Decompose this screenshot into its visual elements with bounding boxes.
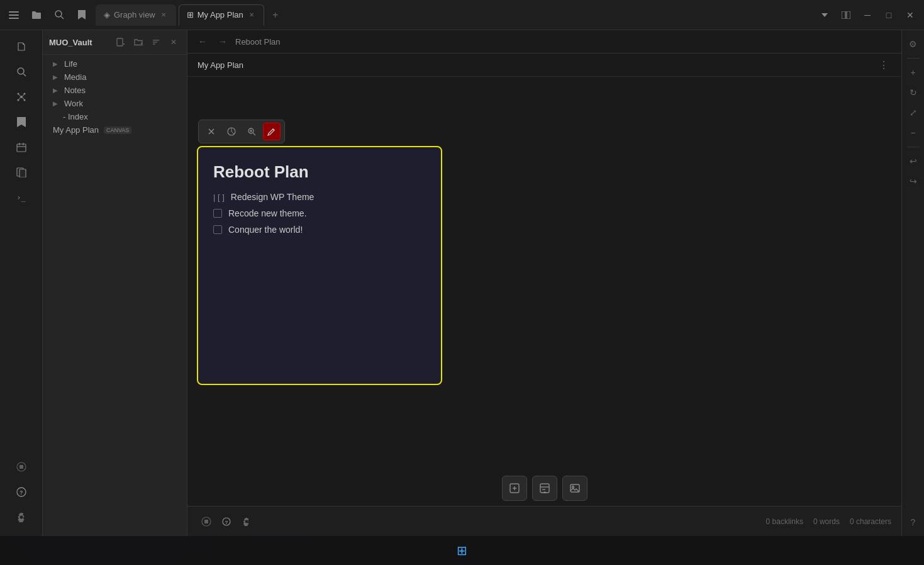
- search-icon[interactable]: [50, 6, 68, 24]
- svg-line-16: [19, 98, 20, 99]
- checklist-item-3-text: Conquer the world!: [228, 225, 303, 235]
- right-divider-1: [907, 58, 920, 59]
- sidebar-plugin-icon[interactable]: [10, 456, 33, 478]
- right-redo-button[interactable]: ↪: [905, 172, 922, 190]
- right-minus-button[interactable]: −: [905, 124, 922, 142]
- maximize-button[interactable]: □: [880, 6, 898, 24]
- svg-rect-18: [17, 144, 26, 152]
- sidebar-search-icon[interactable]: [10, 60, 33, 83]
- svg-rect-25: [19, 465, 23, 469]
- bottom-plugin-icon[interactable]: [198, 513, 215, 530]
- checkbox-2[interactable]: [213, 209, 222, 218]
- content-area: ← → Reboot Plan My App Plan ⋮: [187, 30, 901, 536]
- new-folder-button[interactable]: [131, 35, 145, 49]
- svg-rect-5: [842, 11, 845, 19]
- right-expand-button[interactable]: ⤢: [905, 104, 922, 121]
- tab-my-app-plan-close[interactable]: ✕: [247, 11, 256, 20]
- svg-text:?: ?: [225, 520, 228, 525]
- sidebar-toggle-button[interactable]: [5, 6, 23, 24]
- sort-button[interactable]: [149, 35, 163, 49]
- tabs-dropdown-button[interactable]: [816, 6, 833, 24]
- title-bar-right: ─ □ ✕: [816, 6, 919, 24]
- split-view-button[interactable]: [837, 6, 855, 24]
- add-note-button[interactable]: [502, 476, 527, 501]
- back-button[interactable]: ←: [195, 34, 210, 49]
- sidebar-pages-icon[interactable]: [10, 161, 33, 184]
- graph-view-tab-label: Graph view: [114, 10, 155, 20]
- app-window: ◈ Graph view ✕ ⊞ My App Plan ✕ + ─: [0, 0, 924, 536]
- zoom-node-button[interactable]: [243, 123, 260, 140]
- add-card-button[interactable]: [532, 476, 557, 501]
- in-progress-marker: | [ ]: [213, 193, 225, 202]
- right-divider-2: [907, 147, 920, 147]
- right-refresh-button[interactable]: ↻: [905, 84, 922, 101]
- folder-icon[interactable]: [28, 6, 45, 24]
- tab-my-app-plan[interactable]: ⊞ My App Plan ✕: [179, 4, 264, 26]
- content-toolbar: ← → Reboot Plan: [187, 30, 901, 53]
- more-options-button[interactable]: ⋮: [876, 57, 891, 72]
- svg-rect-1: [9, 14, 19, 16]
- svg-point-7: [18, 68, 24, 74]
- delete-node-button[interactable]: [203, 123, 220, 140]
- svg-point-3: [55, 11, 62, 17]
- taskbar-inner: ⊞: [453, 539, 471, 562]
- svg-line-8: [23, 74, 26, 76]
- tree-item-my-app-plan[interactable]: My App Plan CANVAS: [43, 123, 187, 137]
- tree-item-work[interactable]: ▶ Work: [43, 97, 187, 110]
- bottom-settings-icon[interactable]: [238, 513, 255, 530]
- status-bar: ? 0 backlinks 0 words 0 characters: [187, 506, 901, 536]
- forward-button[interactable]: →: [215, 34, 230, 49]
- svg-rect-52: [204, 520, 208, 523]
- file-tree-items: ▶ Life ▶ Media ▶ Notes ▶ Work - Index: [43, 55, 187, 536]
- title-bar-left: [5, 6, 91, 24]
- tab-graph-view-close[interactable]: ✕: [159, 11, 168, 20]
- close-button[interactable]: ✕: [901, 6, 919, 24]
- bookmark-icon[interactable]: [73, 6, 91, 24]
- svg-line-14: [19, 94, 20, 96]
- color-node-button[interactable]: [223, 123, 240, 140]
- tree-label-index: - Index: [63, 112, 88, 121]
- svg-text:?: ?: [19, 489, 23, 496]
- edit-node-button[interactable]: [263, 123, 281, 140]
- tree-label-notes: Notes: [64, 86, 86, 95]
- sidebar-bookmarks-icon[interactable]: [10, 111, 33, 133]
- checklist-item-1: | [ ] Redesign WP Theme: [213, 192, 426, 202]
- minimize-button[interactable]: ─: [859, 6, 876, 24]
- new-note-button[interactable]: [114, 35, 128, 49]
- tab-graph-view[interactable]: ◈ Graph view ✕: [96, 4, 176, 26]
- tree-item-life[interactable]: ▶ Life: [43, 57, 187, 70]
- svg-rect-0: [9, 11, 19, 13]
- right-add-button[interactable]: +: [905, 64, 922, 81]
- sidebar-calendar-icon[interactable]: [10, 136, 33, 159]
- svg-rect-28: [117, 38, 123, 46]
- sidebar-help-icon[interactable]: ?: [10, 481, 33, 503]
- collapse-all-button[interactable]: ✕: [167, 35, 181, 49]
- checkbox-3[interactable]: [213, 225, 222, 234]
- right-help-button[interactable]: ?: [905, 513, 922, 531]
- new-tab-button[interactable]: +: [267, 6, 284, 24]
- canvas-container[interactable]: Reboot Plan | [ ] Redesign WP Theme Reco…: [187, 77, 901, 506]
- right-sidebar: ⚙ + ↻ ⤢ − ↩ ↪ ?: [901, 30, 924, 536]
- windows-logo[interactable]: ⊞: [453, 539, 471, 562]
- sidebar-settings-icon[interactable]: [10, 506, 33, 529]
- tree-item-notes[interactable]: ▶ Notes: [43, 84, 187, 97]
- tree-arrow-media: ▶: [53, 74, 62, 81]
- tree-item-index[interactable]: - Index: [43, 110, 187, 123]
- canvas-badge: CANVAS: [104, 126, 131, 134]
- sidebar-files-icon[interactable]: [10, 35, 33, 58]
- add-media-button[interactable]: [562, 476, 587, 501]
- sidebar-terminal-icon[interactable]: ›_: [10, 186, 33, 209]
- tree-arrow-notes: ▶: [53, 87, 62, 94]
- sidebar-graph-icon[interactable]: [10, 86, 33, 108]
- bottom-help-icon[interactable]: ?: [218, 513, 235, 530]
- tree-item-media[interactable]: ▶ Media: [43, 70, 187, 84]
- graph-view-tab-icon: ◈: [104, 10, 110, 20]
- file-tree-header: MUO_Vault: [43, 30, 187, 55]
- canvas-node[interactable]: Reboot Plan | [ ] Redesign WP Theme Reco…: [197, 146, 442, 385]
- svg-line-38: [253, 133, 256, 136]
- right-settings-button[interactable]: ⚙: [905, 35, 922, 53]
- right-undo-button[interactable]: ↩: [905, 152, 922, 170]
- my-app-plan-tab-label: My App Plan: [198, 10, 243, 20]
- tree-label-media: Media: [64, 72, 86, 82]
- tree-label-my-app-plan: My App Plan: [53, 125, 99, 135]
